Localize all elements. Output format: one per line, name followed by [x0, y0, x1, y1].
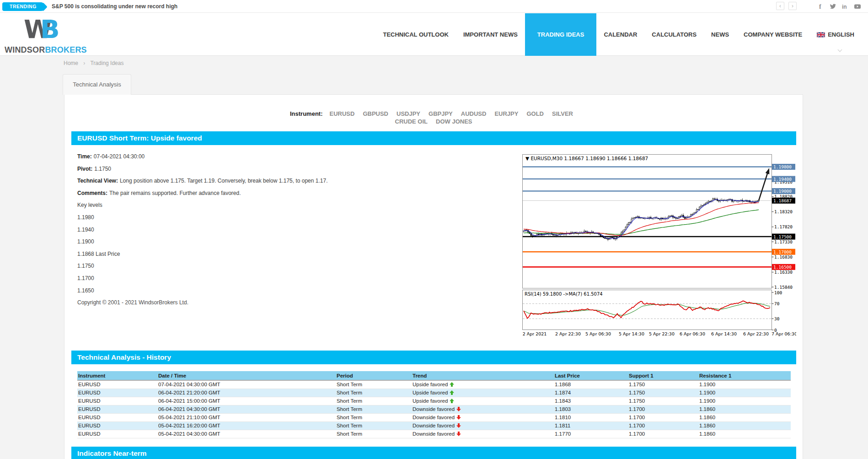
comments-label: Comments: — [77, 190, 107, 196]
instrument-link-eurjpy[interactable]: EURJPY — [494, 110, 518, 117]
facebook-icon[interactable]: f — [817, 3, 824, 10]
svg-text:6 Apr 22:30: 6 Apr 22:30 — [743, 331, 769, 336]
cell-support-1: 1.1700 — [628, 413, 698, 421]
time-label: Time: — [77, 153, 92, 160]
instrument-link-gold[interactable]: GOLD — [526, 110, 544, 117]
chart-symbol-header: ▼ EURUSD,M30 1.18667 1.18690 1.18666 1.1… — [525, 156, 648, 161]
nav-item-trading-ideas[interactable]: TRADING IDEAS — [525, 13, 597, 56]
price-chart: 1.193101.188201.183201.178201.173301.168… — [522, 154, 796, 337]
content-card: Instrument:EURUSDGBPUSDUSDJPYGBPJPYAUDUS… — [64, 94, 803, 459]
instrument-link-eurusd[interactable]: EURUSD — [329, 110, 354, 117]
history-table-row: EURUSD06-04-2021 15:00:00 GMTShort TermU… — [77, 397, 791, 405]
nav-item-calculators[interactable]: CALCULATORS — [644, 13, 704, 56]
cell-trend: Downside favored — [412, 405, 554, 413]
key-level-item: 1.1940 — [77, 224, 516, 236]
nav-item-news[interactable]: NEWS — [704, 13, 736, 56]
history-table-header-row: InstrumentDate / TimePeriodTrendLast Pri… — [77, 371, 791, 380]
cell-resistance-1: 1.1860 — [698, 430, 791, 438]
windsor-brokers-logo[interactable]: W B WINDSORBROKERS — [5, 14, 87, 55]
copyright-text: Copyright © 2001 - 2021 WindsorBrokers L… — [77, 297, 516, 309]
nav-item-important-news[interactable]: IMPORTANT NEWS — [456, 13, 525, 56]
cell-instrument: EURUSD — [77, 397, 157, 405]
key-level-item: 1.1980 — [77, 211, 516, 224]
svg-text:6 Apr 14:30: 6 Apr 14:30 — [711, 331, 737, 336]
cell-trend: Downside favored — [412, 430, 554, 438]
trending-headline: S&P 500 is consolidating under new recor… — [52, 3, 177, 10]
youtube-icon[interactable] — [854, 3, 861, 10]
cell-last-price: 1.1770 — [554, 430, 628, 438]
instrument-link-dow-jones[interactable]: DOW JONES — [436, 118, 472, 125]
svg-text:1.15840: 1.15840 — [774, 285, 793, 290]
prev-headline-button[interactable]: ‹ — [776, 2, 784, 10]
comments-value: The pair remains supported. Further adva… — [109, 190, 241, 196]
cell-datetime: 05-04-2021 04:30:00 GMT — [157, 430, 336, 438]
key-levels-label: Key levels — [77, 199, 516, 211]
key-level-item: 1.1900 — [77, 236, 516, 248]
history-table-row: EURUSD06-04-2021 21:20:00 GMTShort TermU… — [77, 389, 791, 397]
instrument-link-gbpusd[interactable]: GBPUSD — [363, 110, 388, 117]
history-column-support-1: Support 1 — [628, 371, 698, 380]
instrument-link-audusd[interactable]: AUDUSD — [461, 110, 487, 117]
nav-item-company-website[interactable]: COMPANY WEBSITE — [736, 13, 809, 56]
history-column-trend: Trend — [412, 371, 554, 380]
trending-badge: TRENDING — [2, 2, 43, 11]
trend-up-arrow-icon — [450, 390, 454, 395]
breadcrumb: Home › Trading Ideas — [64, 60, 123, 66]
linkedin-icon[interactable]: in — [841, 3, 849, 10]
history-table-row: EURUSD05-04-2021 16:20:00 GMTShort TermD… — [77, 421, 791, 430]
svg-text:6 Apr 06:30: 6 Apr 06:30 — [680, 331, 705, 336]
chart-price-scale: 1.193101.188201.183201.178201.173301.168… — [772, 164, 796, 290]
cell-instrument: EURUSD — [77, 389, 157, 397]
trend-up-arrow-icon — [450, 399, 454, 403]
uk-flag-icon — [817, 32, 825, 38]
twitter-icon[interactable] — [829, 3, 836, 10]
cell-period: Short Term — [336, 397, 412, 405]
svg-text:7 Apr 06:30: 7 Apr 06:30 — [772, 331, 796, 336]
indicators-title-banner: Indicators Near-term — [71, 447, 796, 459]
next-headline-button[interactable]: › — [788, 2, 797, 10]
cell-trend: Upside favored — [412, 397, 554, 405]
svg-text:1.16830: 1.16830 — [774, 254, 793, 259]
cell-instrument: EURUSD — [77, 413, 157, 421]
language-selector[interactable]: ENGLISH — [809, 13, 862, 56]
svg-text:5 Apr 14:30: 5 Apr 14:30 — [619, 331, 644, 336]
tab-technical-analysis[interactable]: Technical Analysis — [63, 74, 131, 95]
svg-text:1.19400: 1.19400 — [773, 177, 792, 182]
instrument-link-silver[interactable]: SILVER — [552, 110, 573, 117]
cell-datetime: 07-04-2021 04:30:00 GMT — [157, 380, 336, 389]
cell-resistance-1: 1.1900 — [698, 380, 791, 389]
trending-label: TRENDING — [10, 4, 37, 9]
svg-text:f: f — [819, 3, 821, 10]
cell-resistance-1: 1.1860 — [698, 421, 791, 430]
history-column-instrument: Instrument — [77, 371, 157, 380]
cell-period: Short Term — [336, 430, 412, 438]
svg-text:1.17330: 1.17330 — [774, 239, 793, 244]
cell-last-price: 1.1811 — [554, 421, 628, 430]
cell-datetime: 05-04-2021 16:20:00 GMT — [157, 421, 336, 430]
main-navigation: TECHNICAL OUTLOOKIMPORTANT NEWSTRADING I… — [375, 13, 862, 56]
svg-text:1.19800: 1.19800 — [773, 164, 792, 169]
rsi-label: RSI(14) 59.1800 ->MA(7) 61.5074 — [525, 292, 603, 297]
instrument-link-usdjpy[interactable]: USDJPY — [396, 110, 420, 117]
nav-item-calendar[interactable]: CALENDAR — [596, 13, 644, 56]
cell-last-price: 1.1843 — [554, 397, 628, 405]
key-level-item: 1.1750 — [77, 260, 516, 272]
history-title-banner: Technical Analysis - History — [71, 351, 796, 364]
cell-support-1: 1.1750 — [628, 380, 698, 389]
trend-down-arrow-icon — [456, 423, 461, 428]
cell-datetime: 06-04-2021 21:20:00 GMT — [157, 389, 336, 397]
analysis-details: Time:07-04-2021 04:30:00 Pivot:1.1750 Te… — [77, 151, 516, 309]
instrument-link-crude-oil[interactable]: CRUDE OIL — [395, 118, 428, 125]
nav-item-technical-outlook[interactable]: TECHNICAL OUTLOOK — [375, 13, 455, 56]
breadcrumb-home[interactable]: Home — [64, 60, 78, 66]
cell-trend: Upside favored — [412, 389, 554, 397]
cell-period: Short Term — [336, 413, 412, 421]
svg-text:in: in — [842, 4, 847, 10]
key-level-item: 1.1700 — [77, 272, 516, 285]
cell-support-1: 1.1750 — [628, 389, 698, 397]
history-column-period: Period — [336, 371, 412, 380]
cell-period: Short Term — [336, 405, 412, 413]
pivot-value: 1.1750 — [94, 166, 111, 172]
cell-last-price: 1.1874 — [554, 389, 628, 397]
instrument-link-gbpjpy[interactable]: GBPJPY — [429, 110, 453, 117]
